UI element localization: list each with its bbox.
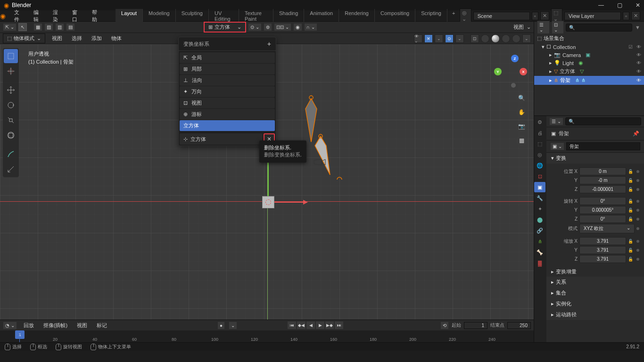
play-button[interactable]: ▶: [316, 321, 324, 329]
keyframe-dot[interactable]: [636, 240, 639, 243]
nav-pan-icon[interactable]: ✋: [516, 107, 527, 118]
viewlayer-delete-button[interactable]: ✕: [631, 11, 640, 20]
workspace-tab-scripting[interactable]: Scripting: [415, 9, 447, 23]
transform-item-local[interactable]: ⊞局部: [180, 64, 275, 74]
prop-tab-world[interactable]: 🌐: [534, 160, 545, 171]
outliner-item-armature[interactable]: ▸ ⋔ 骨架 ⋔ ⋔ 👁: [534, 76, 644, 85]
workspace-tab-uv[interactable]: UV Editing: [209, 9, 239, 23]
overlay-dropdown-icon[interactable]: ⌄: [455, 34, 464, 43]
keyframe-dot[interactable]: [636, 258, 639, 261]
prop-tab-render[interactable]: ⚙: [534, 117, 545, 127]
outliner-scene-collection[interactable]: ⬚ 场景集合: [534, 34, 644, 43]
workspace-tab-animation[interactable]: Animation: [304, 9, 339, 23]
visibility-eye-icon[interactable]: 👁: [636, 52, 641, 58]
instancing-section[interactable]: ▸实例化: [546, 298, 644, 309]
workspace-tab-compositing[interactable]: Compositing: [375, 9, 415, 23]
object-menu[interactable]: 物体: [108, 34, 124, 43]
visibility-eye-icon[interactable]: 👁: [636, 69, 641, 74]
lock-icon[interactable]: 🔓: [628, 178, 635, 183]
select-menu[interactable]: 选择: [69, 34, 85, 43]
maximize-button[interactable]: ▢: [617, 2, 622, 8]
tool-cursor[interactable]: [4, 64, 18, 78]
outliner-display-dropdown[interactable]: ☰ ⌄: [537, 21, 550, 34]
scale-z-input[interactable]: 3.791: [579, 255, 626, 263]
transform-section-header[interactable]: ▾ 变换: [546, 153, 644, 164]
viewlayer-name-input[interactable]: [564, 12, 621, 20]
disclosure-icon[interactable]: ▸: [549, 68, 552, 74]
lock-icon[interactable]: 🔓: [628, 248, 635, 253]
prop-tab-particles[interactable]: ✦: [534, 204, 545, 214]
viewport-3d[interactable]: ⇱ ⌄ ↖ ▦ ▨ ▥ ▤ ⊞ 立方体 ⌄ ⊙ ⌄ ⊚ ⊡⊡ ⌄ ◉ ∩ ⌄: [0, 22, 534, 342]
snap-toggle-icon[interactable]: ⊚: [264, 23, 272, 31]
delta-transform-section[interactable]: ▸变换增量: [546, 267, 644, 277]
workspace-tab-sculpting[interactable]: Sculpting: [176, 9, 209, 23]
visibility-eye-icon[interactable]: 👁: [636, 60, 641, 66]
outliner-filter-icon[interactable]: ▼: [634, 23, 641, 32]
lock-icon[interactable]: 🔓: [628, 169, 635, 174]
timeline-playback-menu[interactable]: 回放: [21, 321, 37, 330]
gizmo-axis-y[interactable]: Y: [494, 68, 502, 75]
object-name-input[interactable]: [566, 142, 640, 150]
disclosure-icon[interactable]: ▸: [549, 52, 552, 58]
visibility-dropdown-icon[interactable]: 👁 ⌄: [414, 34, 422, 43]
jump-start-button[interactable]: ⏮: [288, 321, 296, 329]
transform-add-button[interactable]: +: [267, 40, 271, 48]
transform-item-view[interactable]: ⊡视图: [180, 98, 275, 108]
minimize-button[interactable]: —: [598, 2, 604, 8]
lock-icon[interactable]: 🔓: [628, 239, 635, 244]
transform-item-gimbal[interactable]: ✦万向: [180, 86, 275, 97]
workspace-tab-modeling[interactable]: Modeling: [143, 9, 176, 23]
lock-icon[interactable]: 🔓: [628, 199, 635, 204]
workspace-tab-rendering[interactable]: Rendering: [339, 9, 375, 23]
autokey-dropdown[interactable]: ⌄: [229, 321, 237, 329]
shading-material-icon[interactable]: [502, 34, 510, 43]
gizmo-axis-x[interactable]: X: [520, 68, 527, 75]
position-y-input[interactable]: -0 m: [579, 176, 626, 184]
prop-tab-data[interactable]: ⋔: [534, 236, 545, 247]
timeline-marker-menu[interactable]: 标记: [94, 321, 110, 330]
scene-name-input[interactable]: [473, 12, 530, 20]
nav-camera-icon[interactable]: 📷: [516, 121, 527, 132]
tool-move[interactable]: [4, 83, 18, 97]
pivot-point-dropdown[interactable]: ⊙ ⌄: [248, 23, 262, 31]
keyframe-dot[interactable]: [636, 249, 639, 252]
prop-tab-scene[interactable]: ◎: [534, 149, 545, 160]
motion-paths-section[interactable]: ▸运动路径: [546, 309, 644, 320]
select-mode-invert-icon[interactable]: ▤: [66, 23, 75, 31]
gizmo-x-arrow[interactable]: [269, 202, 306, 203]
nav-zoom-icon[interactable]: 🔍: [516, 92, 527, 104]
timeline-editor-dropdown[interactable]: ◔ ⌄: [3, 321, 17, 329]
viewport-camera-icon[interactable]: [313, 158, 327, 168]
gizmo-toggle-icon[interactable]: ⤧: [424, 34, 433, 43]
select-mode-subtract-icon[interactable]: ▨: [44, 23, 53, 31]
tool-rotate[interactable]: [4, 98, 18, 112]
keyframe-dot[interactable]: [636, 200, 639, 203]
properties-search[interactable]: [565, 117, 641, 125]
tool-transform[interactable]: [4, 128, 18, 142]
outliner-view-dropdown[interactable]: ⊡ ⌄: [552, 21, 564, 34]
prop-tab-material[interactable]: ▓: [534, 258, 545, 268]
disclosure-icon[interactable]: ▸: [549, 60, 552, 66]
tool-measure[interactable]: [4, 162, 18, 176]
relations-section[interactable]: ▸关系: [546, 277, 644, 288]
proportional-edit-toggle[interactable]: ◉: [293, 23, 302, 31]
scene-new-button[interactable]: ▫: [532, 12, 538, 20]
keyframe-prev-button[interactable]: ◆◀: [297, 321, 305, 329]
lock-icon[interactable]: 🔓: [628, 257, 635, 262]
gizmo-dropdown-icon[interactable]: ⌄: [435, 34, 443, 43]
nav-perspective-icon[interactable]: ▦: [516, 135, 527, 146]
gizmo-center[interactable]: [262, 196, 274, 208]
keyframe-next-button[interactable]: ▶◆: [325, 321, 334, 329]
viewport-options-label[interactable]: 视图: [513, 24, 524, 31]
prop-tab-constraints[interactable]: 🔗: [534, 225, 545, 236]
visibility-eye-icon[interactable]: 👁: [636, 78, 641, 83]
navigation-gizmo[interactable]: Z X Y: [494, 55, 527, 88]
transform-item-normal[interactable]: ⊥法向: [180, 75, 275, 86]
prop-tab-collection[interactable]: ⊡: [534, 171, 545, 181]
lock-icon[interactable]: 🔓: [628, 187, 635, 192]
prop-tab-output[interactable]: 🖨: [534, 128, 545, 138]
prop-tab-viewlayer[interactable]: ⬚: [534, 139, 545, 149]
gizmo-axis-z[interactable]: Z: [511, 55, 519, 62]
rotation-z-input[interactable]: 0°: [579, 215, 626, 223]
prop-tab-bone[interactable]: 🦴: [534, 247, 545, 257]
